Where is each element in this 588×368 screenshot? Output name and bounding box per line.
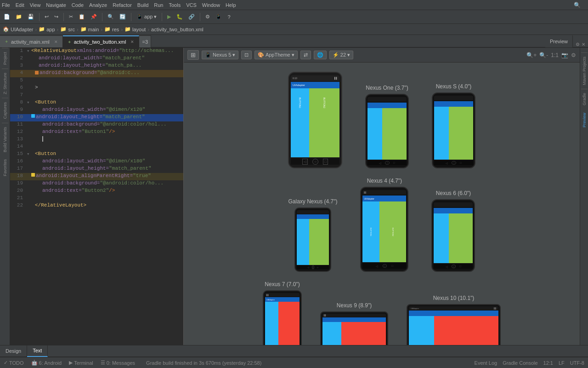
- menu-edit[interactable]: Edit: [16, 2, 24, 8]
- zoom-fit-button[interactable]: ⊞: [187, 50, 199, 60]
- tab-main-close[interactable]: ✕: [54, 40, 58, 44]
- menu-help[interactable]: Help: [226, 2, 236, 8]
- menu-navigate[interactable]: Navigate: [46, 2, 66, 8]
- breadcrumb-app[interactable]: 📁 app: [39, 26, 55, 32]
- code-content[interactable]: 1 ▾ <RelativeLayout xmlns:android= "http…: [10, 48, 183, 345]
- line-num-1: 1: [12, 48, 23, 55]
- messages-icon: ☰: [101, 360, 105, 366]
- debug-button[interactable]: 🐛: [175, 13, 185, 21]
- fold-14: [27, 144, 31, 151]
- breadcrumb-root[interactable]: 🏠 UIAdapter: [3, 26, 34, 32]
- messages-item[interactable]: ☰ 0: Messages: [101, 360, 135, 366]
- save-button[interactable]: 💾: [26, 13, 36, 21]
- theme-dropdown[interactable]: 🎨 AppTheme ▾: [254, 51, 297, 59]
- fold-15[interactable]: ▾: [27, 151, 31, 158]
- terminal-item[interactable]: ▶ Terminal: [69, 360, 93, 366]
- folder-icon-main: 📁: [80, 26, 87, 32]
- search-icon[interactable]: 🔍: [574, 2, 581, 8]
- toolbar: 📄 📁 💾 ↩ ↪ ✂ 📋 📌 🔍 🔄 📱 app ▾ ▶ 🐛 🔗 ⚙ 📱 ?: [0, 10, 588, 24]
- line-num-2: 2: [12, 55, 23, 63]
- panel-preview[interactable]: Preview: [581, 109, 588, 131]
- panel-favorites[interactable]: Favorites: [2, 155, 8, 180]
- breadcrumb-main[interactable]: 📁 main: [80, 26, 99, 32]
- tab-more[interactable]: =3: [139, 35, 151, 47]
- menu-refactor[interactable]: Refactor: [113, 2, 132, 8]
- menu-analyze[interactable]: Analyze: [89, 2, 107, 8]
- attach-button[interactable]: 🔗: [187, 13, 197, 21]
- tab-design[interactable]: Design: [0, 345, 27, 357]
- label-nexus-one: Nexus One (3.7"): [366, 85, 408, 91]
- panel-build-variants[interactable]: Build Variants: [2, 123, 8, 156]
- screen-nexus9: [322, 317, 386, 345]
- tab-text[interactable]: Text: [27, 345, 48, 357]
- menu-view[interactable]: View: [30, 2, 41, 8]
- panel-structure[interactable]: Z: Structure: [2, 69, 8, 98]
- tab-activity-two-button[interactable]: ✦ activity_two_button.xml ✕: [63, 35, 140, 47]
- locale-button[interactable]: 🌐: [314, 51, 327, 59]
- panel-project[interactable]: Project: [2, 48, 8, 69]
- find-button[interactable]: 🔍: [106, 13, 116, 21]
- nav-home-gn: ○: [312, 265, 314, 269]
- gradle-console[interactable]: Gradle Console: [503, 360, 537, 366]
- todo-item[interactable]: ✓ TODO: [4, 360, 24, 366]
- help-btn2[interactable]: ?: [226, 13, 232, 21]
- todo-icon: ✓: [4, 360, 8, 366]
- panel-captures[interactable]: Captures: [2, 98, 8, 123]
- tab-two-close[interactable]: ✕: [130, 40, 134, 44]
- panel-close-icon[interactable]: ✕: [582, 42, 585, 47]
- orientation-button[interactable]: ⇄: [300, 51, 311, 59]
- breadcrumb-main-label[interactable]: main: [88, 27, 99, 32]
- cut-button[interactable]: ✂: [67, 13, 75, 21]
- new-button[interactable]: 📄: [2, 13, 12, 21]
- breadcrumb-layout-label[interactable]: layout: [132, 27, 146, 32]
- tab-preview[interactable]: Preview: [545, 35, 573, 47]
- replace-button[interactable]: 🔄: [118, 13, 128, 21]
- app-dropdown[interactable]: 📱 app ▾: [135, 13, 158, 21]
- menu-build[interactable]: Build: [137, 2, 148, 8]
- android-item[interactable]: 🤖 6: Android: [31, 360, 62, 366]
- breadcrumb-file[interactable]: activity_two_button.xml: [151, 27, 204, 32]
- tab-activity-main[interactable]: ✦ activity_main.xml ✕: [0, 35, 63, 47]
- panel-gradle[interactable]: Gradle: [581, 89, 588, 109]
- nexus5-dropdown[interactable]: 📱 Nexus 5 ▾: [202, 51, 238, 59]
- paste-button[interactable]: 📌: [89, 13, 99, 21]
- code-line-18: 18 android:layout_alignParentRight= "tru…: [10, 173, 183, 180]
- copy-button[interactable]: 📋: [77, 13, 87, 21]
- avd-button[interactable]: 📱: [214, 13, 224, 21]
- undo-button[interactable]: ↩: [43, 13, 51, 21]
- menu-run[interactable]: Run: [154, 2, 163, 8]
- code-line-12: 12 android:text= "Button1" />: [10, 129, 183, 136]
- line-val-17: "match_parent": [109, 166, 151, 173]
- line-num-9: 9: [12, 107, 23, 114]
- screen-size-button[interactable]: ⊡: [241, 51, 252, 59]
- preview-settings-button[interactable]: ⚙: [571, 52, 576, 58]
- zoom-in-button[interactable]: 🔍+: [526, 52, 537, 58]
- redo-button[interactable]: ↪: [52, 13, 60, 21]
- breadcrumb-uiadapter[interactable]: UIAdapter: [11, 27, 34, 32]
- menu-tools[interactable]: Tools: [169, 2, 181, 8]
- breadcrumb-res-label[interactable]: res: [112, 27, 119, 32]
- sdk-button[interactable]: ⚙: [204, 13, 212, 21]
- panel-maven[interactable]: Maven Projects: [581, 52, 588, 89]
- zoom-100-button[interactable]: 1:1: [551, 52, 559, 58]
- run-button[interactable]: ▶: [165, 13, 173, 21]
- menu-code[interactable]: Code: [72, 2, 84, 8]
- fold-1[interactable]: ▾: [27, 48, 31, 55]
- fold-11: [27, 121, 31, 129]
- breadcrumb-app-label[interactable]: app: [46, 27, 55, 32]
- menu-window[interactable]: Window: [202, 2, 220, 8]
- preview-content[interactable]: 6:10 ▌▌ UIAdapter BUTTON1: [184, 63, 580, 345]
- breadcrumb-layout[interactable]: 📁 layout: [124, 26, 146, 32]
- breadcrumb-src-label[interactable]: src: [68, 27, 75, 32]
- api-dropdown[interactable]: ⚡ 22 ▾: [329, 51, 353, 59]
- menu-vcs[interactable]: VCS: [186, 2, 197, 8]
- screenshot-button[interactable]: 📷: [561, 52, 568, 58]
- zoom-out-button[interactable]: 🔍-: [539, 52, 548, 58]
- breadcrumb-src[interactable]: 📁 src: [60, 26, 75, 32]
- open-button[interactable]: 📁: [14, 13, 24, 21]
- event-log[interactable]: Event Log: [475, 360, 498, 366]
- menu-file[interactable]: File: [2, 2, 10, 8]
- fold-8[interactable]: ▾: [27, 99, 31, 107]
- breadcrumb-res[interactable]: 📁 res: [104, 26, 119, 32]
- settings-icon[interactable]: ⚙: [576, 42, 580, 47]
